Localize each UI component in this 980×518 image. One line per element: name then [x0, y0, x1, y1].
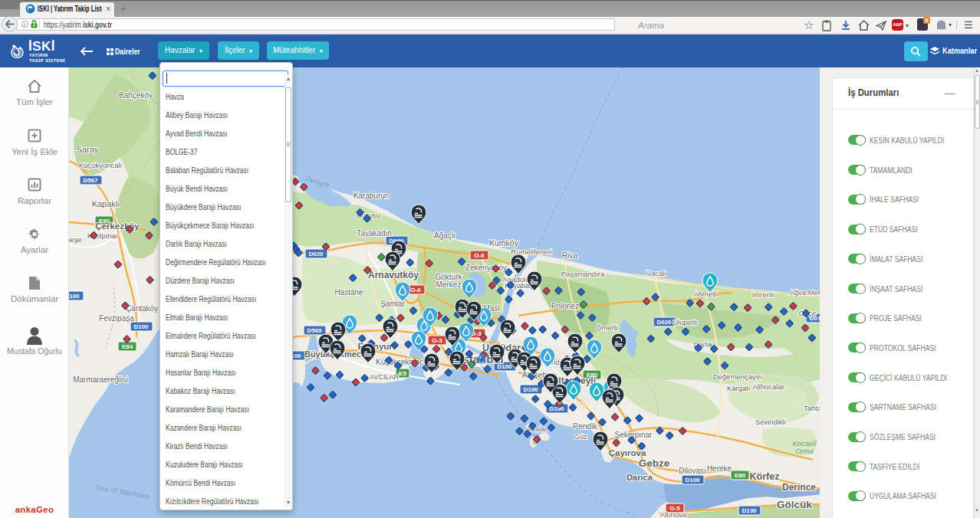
svg-text:D100: D100	[69, 293, 80, 300]
svg-text:Paşamandıra: Paşamandıra	[561, 270, 605, 278]
svg-text:İmrenli: İmrenli	[752, 290, 774, 299]
svg-text:Hastane: Hastane	[334, 288, 363, 297]
svg-text:Alihocalar: Alihocalar	[752, 382, 784, 391]
svg-text:Kumköy: Kumköy	[489, 238, 519, 248]
svg-text:D100: D100	[133, 323, 149, 330]
svg-text:E84: E84	[122, 343, 133, 350]
svg-text:D567: D567	[83, 177, 98, 184]
svg-text:Derince: Derince	[782, 482, 816, 493]
svg-text:meşe: meşe	[69, 235, 82, 244]
svg-text:Ahmetli: Ahmetli	[693, 290, 718, 298]
svg-text:D020: D020	[308, 251, 324, 257]
svg-text:Bahçeköy: Bahçeköy	[119, 91, 153, 100]
svg-text:Saray: Saray	[77, 145, 99, 154]
svg-text:Küçükyoncalı: Küçükyoncalı	[79, 161, 123, 169]
svg-text:D020: D020	[656, 319, 672, 326]
svg-text:Gebze: Gebze	[639, 457, 670, 469]
svg-text:Ömerli: Ömerli	[596, 323, 617, 332]
svg-text:Şamlar: Şamlar	[380, 300, 405, 308]
svg-text:Şekerpınar: Şekerpınar	[615, 431, 653, 439]
svg-text:Değirmençayırı: Değirmençayırı	[713, 372, 762, 381]
svg-text:Çayırova: Çayırova	[609, 448, 646, 457]
svg-text:Pendik: Pendik	[573, 421, 598, 431]
svg-text:Zekeriyaköy: Zekeriyaköy	[465, 264, 507, 272]
svg-text:Güz: Güz	[574, 432, 587, 441]
svg-text:Çantaköy: Çantaköy	[126, 304, 158, 313]
svg-text:Arnavutköy: Arnavutköy	[368, 270, 419, 280]
svg-text:Kapaklı: Kapaklı	[92, 199, 120, 208]
svg-text:O-6: O-6	[474, 252, 485, 259]
svg-text:D100: D100	[549, 405, 564, 412]
svg-text:Kargalı: Kargalı	[727, 384, 750, 392]
svg-text:D130: D130	[742, 507, 757, 514]
svg-text:D100: D100	[523, 386, 538, 393]
svg-text:O-6: O-6	[410, 287, 421, 293]
svg-text:Tayakadın: Tayakadın	[357, 229, 392, 238]
svg-text:AVCILAR: AVCILAR	[370, 373, 399, 381]
svg-text:Karaburun: Karaburun	[354, 192, 390, 200]
svg-text:Riva: Riva	[562, 251, 577, 260]
svg-text:Ağaçlı: Ağaçlı	[434, 231, 455, 240]
svg-text:Orma: Orma	[795, 447, 814, 455]
svg-text:Gölcük: Gölcük	[777, 499, 812, 510]
svg-text:D569: D569	[307, 327, 322, 334]
svg-text:E5: E5	[399, 370, 406, 377]
svg-text:Küçükçekmece: Küçükçekmece	[376, 358, 428, 366]
svg-text:Polonez: Polonez	[551, 302, 579, 310]
svg-text:Ulupelit: Ulupelit	[673, 318, 697, 326]
svg-text:Altınova: Altınova	[660, 510, 687, 518]
svg-text:Körfez: Körfez	[750, 471, 780, 482]
svg-text:Hereke: Hereke	[707, 464, 732, 473]
svg-text:Merkez: Merkez	[436, 280, 462, 289]
svg-text:Fevzipaşa: Fevzipaşa	[99, 314, 134, 323]
svg-text:Sevindikli: Sevindikli	[755, 418, 786, 426]
svg-text:Dilovası: Dilovası	[679, 467, 706, 475]
svg-text:E80: E80	[735, 472, 746, 479]
svg-text:Marmaraereğlisi: Marmaraereğlisi	[73, 375, 128, 384]
svg-text:D100: D100	[685, 477, 700, 484]
svg-text:Darıca: Darıca	[626, 473, 653, 482]
svg-text:Alacalı: Alacalı	[645, 269, 667, 277]
svg-text:O-3: O-3	[432, 337, 442, 344]
